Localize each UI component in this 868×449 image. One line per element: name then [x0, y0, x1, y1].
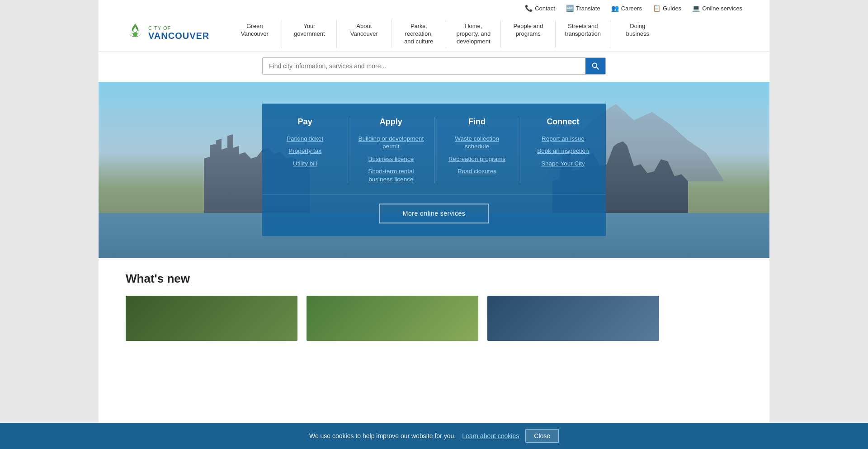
- site-header: 📞 Contact 🔤 Translate 👥 Careers 📋 Guides…: [99, 0, 769, 52]
- search-section: [99, 52, 769, 82]
- news-cards: [126, 296, 742, 341]
- search-bar: [262, 57, 606, 75]
- apply-title: Apply: [357, 117, 425, 127]
- cookie-banner: We use cookies to help improve our websi…: [0, 423, 868, 449]
- connect-book-inspection-link[interactable]: Book an inspection: [537, 147, 589, 155]
- nav-item-home-property[interactable]: Home, property, and development: [446, 16, 500, 52]
- search-input[interactable]: [263, 58, 585, 74]
- search-button[interactable]: [585, 58, 605, 74]
- pay-property-tax-link[interactable]: Property tax: [288, 147, 321, 155]
- panel-col-pay: Pay Parking ticket Property tax Utility …: [262, 117, 348, 184]
- apply-building-permit-link[interactable]: Building or development permit: [357, 135, 425, 151]
- svg-point-0: [133, 32, 137, 37]
- guides-label: Guides: [663, 5, 681, 12]
- pay-title: Pay: [271, 117, 339, 127]
- apply-business-licence-link[interactable]: Business licence: [368, 155, 414, 163]
- panel-col-find: Find Waste collection schedule Recreatio…: [434, 117, 520, 184]
- top-bar: 📞 Contact 🔤 Translate 👥 Careers 📋 Guides…: [126, 0, 742, 14]
- logo-city-label: CITY OF: [148, 25, 209, 31]
- panel-columns: Pay Parking ticket Property tax Utility …: [262, 117, 606, 195]
- pay-utility-bill-link[interactable]: Utility bill: [293, 160, 317, 168]
- news-card-1[interactable]: [126, 296, 297, 341]
- blue-panel: Pay Parking ticket Property tax Utility …: [262, 104, 606, 236]
- panel-col-connect: Connect Report an issue Book an inspecti…: [520, 117, 606, 184]
- cookie-learn-more-link[interactable]: Learn about cookies: [462, 432, 519, 440]
- logo-text: CITY OF VANCOUVER: [148, 25, 209, 41]
- news-card-3[interactable]: [487, 296, 659, 341]
- connect-links: Report an issue Book an inspection Shape…: [529, 135, 597, 168]
- nav-item-green-vancouver[interactable]: Green Vancouver: [227, 16, 282, 52]
- connect-report-issue-link[interactable]: Report an issue: [542, 135, 585, 143]
- pay-parking-ticket-link[interactable]: Parking ticket: [287, 135, 323, 143]
- apply-short-term-rental-link[interactable]: Short-term rental business licence: [357, 167, 425, 183]
- translate-link[interactable]: 🔤 Translate: [566, 5, 600, 12]
- translate-label: Translate: [576, 5, 600, 12]
- pay-links: Parking ticket Property tax Utility bill: [271, 135, 339, 168]
- svg-line-2: [596, 67, 599, 69]
- panel-col-apply: Apply Building or development permit Bus…: [348, 117, 434, 184]
- logo-name-label: VANCOUVER: [148, 31, 209, 41]
- left-sidebar: [0, 0, 99, 449]
- contact-label: Contact: [535, 5, 555, 12]
- online-services-link[interactable]: 💻 Online services: [692, 5, 742, 12]
- find-road-closures-link[interactable]: Road closures: [458, 167, 496, 175]
- panel-bottom: More online services: [262, 195, 606, 224]
- search-icon: [592, 62, 599, 70]
- find-waste-collection-link[interactable]: Waste collection schedule: [443, 135, 511, 151]
- nav-item-people-programs[interactable]: People and programs: [501, 16, 555, 52]
- news-card-2[interactable]: [307, 296, 478, 341]
- find-links: Waste collection schedule Recreation pro…: [443, 135, 511, 175]
- contact-link[interactable]: 📞 Contact: [525, 5, 555, 12]
- find-title: Find: [443, 117, 511, 127]
- translate-icon: 🔤: [566, 5, 574, 12]
- find-recreation-programs-link[interactable]: Recreation programs: [448, 155, 505, 163]
- cookie-close-button[interactable]: Close: [525, 429, 559, 443]
- connect-title: Connect: [529, 117, 597, 127]
- nav-item-streets-transportation[interactable]: Streets and transportation: [556, 16, 610, 52]
- whats-new-title: What's new: [126, 272, 742, 286]
- nav-item-parks-recreation[interactable]: Parks, recreation, and culture: [392, 16, 446, 52]
- right-sidebar: [769, 0, 868, 449]
- connect-shape-your-city-link[interactable]: Shape Your City: [541, 160, 585, 168]
- main-content: What's new: [99, 258, 769, 359]
- online-services-label: Online services: [702, 5, 742, 12]
- apply-links: Building or development permit Business …: [357, 135, 425, 184]
- city-logo-icon: [126, 22, 145, 44]
- cookie-message: We use cookies to help improve our websi…: [309, 432, 456, 440]
- guides-icon: 📋: [653, 5, 660, 12]
- main-nav: Green Vancouver Your government About Va…: [227, 16, 665, 52]
- careers-link[interactable]: 👥 Careers: [611, 5, 642, 12]
- more-online-services-button[interactable]: More online services: [379, 204, 489, 224]
- online-services-icon: 💻: [692, 5, 700, 12]
- careers-label: Careers: [621, 5, 642, 12]
- header-main: CITY OF VANCOUVER Green Vancouver Your g…: [126, 14, 742, 52]
- nav-item-about-vancouver[interactable]: About Vancouver: [337, 16, 391, 52]
- guides-link[interactable]: 📋 Guides: [653, 5, 681, 12]
- phone-icon: 📞: [525, 5, 533, 12]
- logo-link[interactable]: CITY OF VANCOUVER: [126, 22, 209, 44]
- nav-item-your-government[interactable]: Your government: [282, 16, 336, 52]
- nav-item-doing-business[interactable]: Doing business: [610, 16, 665, 52]
- careers-icon: 👥: [611, 5, 619, 12]
- hero-section: Pay Parking ticket Property tax Utility …: [99, 82, 769, 258]
